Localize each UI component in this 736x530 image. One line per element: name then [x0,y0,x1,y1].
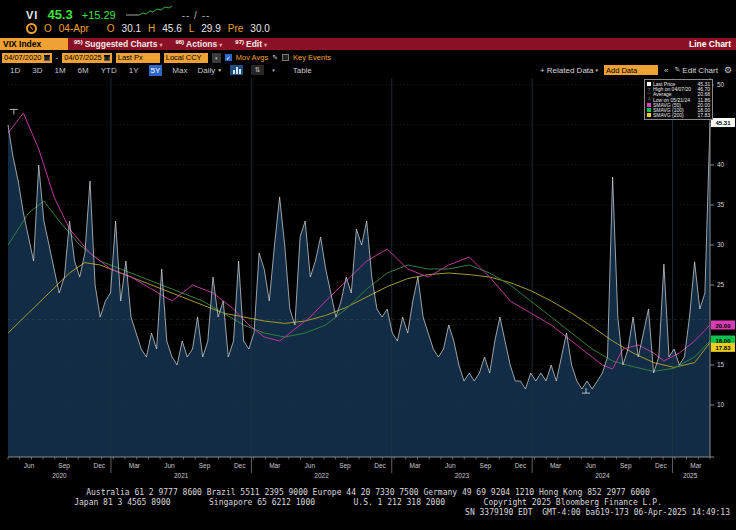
svg-text:25: 25 [717,281,725,288]
svg-text:Mar: Mar [690,462,702,469]
svg-text:2024: 2024 [595,472,610,479]
svg-text:2020: 2020 [52,472,67,479]
legend-swatch: ┴ [647,98,651,102]
svg-text:Sep: Sep [480,462,492,470]
sparkline-icon [125,5,173,19]
mov-avgs-label: Mov Avgs [236,53,268,62]
pre-value: 30.0 [250,23,269,34]
svg-text:2022: 2022 [314,472,329,479]
svg-text:Jun: Jun [445,462,456,469]
svg-text:Mar: Mar [410,462,422,469]
svg-text:35: 35 [717,201,725,208]
pre-label: Pre [228,23,244,34]
menu-actions[interactable]: 96) Actions ▾ [175,39,222,49]
svg-text:Mar: Mar [129,462,141,469]
chart-legend: Last Price 45.31 ┬ High on 04/07/20 46.7… [644,79,713,120]
tab-max[interactable]: Max [170,65,189,76]
legend-row[interactable]: SMAVG (200) 17.83 [647,113,710,118]
tab-5y[interactable]: 5Y [149,65,163,76]
tab-1m[interactable]: 1M [52,65,67,76]
mov-avgs-checkbox[interactable]: ✓ [225,54,232,61]
chevron-down-icon: ▾ [596,67,599,73]
currency-select[interactable]: Local CCY [164,53,208,63]
date-range-dash: - [56,53,59,62]
open-label: O [107,23,115,34]
last-price: 45.3 [47,7,72,22]
chart-actions: + Related Data ▾ Add Data « ✎ Edit Chart… [540,64,732,76]
high-value: 45.6 [162,23,181,34]
pencil-icon: ✎ [674,66,680,74]
chart-type-button[interactable] [230,65,243,75]
tab-ytd[interactable]: YTD [99,65,119,76]
terminal-footer: Australia 61 2 9777 8600 Brazil 5511 239… [0,488,736,518]
edit-chart-button[interactable]: ✎ Edit Chart [674,66,717,75]
svg-text:Jun: Jun [164,462,175,469]
x-axis-labels: JunSepDecMarJunSepDecMarJunSepDecMarJunS… [8,457,710,479]
price-type-select[interactable]: Last Px [116,53,160,63]
edit-pencil-icon[interactable]: ✎ [272,54,278,62]
chevron-down-icon[interactable]: ▾ [272,67,275,73]
svg-text:2021: 2021 [174,472,189,479]
frequency-select[interactable]: Daily ▼ [197,66,222,75]
date-to-field[interactable]: 04/07/2025 [62,53,112,63]
add-data-input[interactable]: Add Data [604,65,658,75]
price-change: +15.29 [82,9,116,21]
high-label: H [148,23,155,34]
tab-3d[interactable]: 3D [30,65,44,76]
ohlc-row: O 04-Apr O 30.1 H 45.6 L 29.9 Pre 30.0 [26,23,270,34]
footer-contacts-2: Japan 81 3 4565 8900 Singapore 65 6212 1… [0,498,736,508]
related-data-button[interactable]: + Related Data ▾ [540,66,598,75]
gear-icon[interactable]: ⚙ [724,65,732,75]
date-from-field[interactable]: 04/07/2020 [2,53,52,63]
calendar-icon [104,55,110,61]
svg-text:Mar: Mar [550,462,562,469]
svg-text:18.00: 18.00 [715,338,731,344]
quote-header: VI 45.3 +15.29 -- / -- [26,5,210,22]
collapse-button[interactable]: « [664,66,668,75]
tab-6m[interactable]: 6M [76,65,91,76]
key-events-label: Key Events [293,53,331,62]
screen-title: Line Chart [689,38,731,50]
chevron-down-icon: ▼ [217,67,222,73]
legend-swatch: ∼ [647,92,651,96]
svg-text:Dec: Dec [374,462,386,469]
svg-text:Sep: Sep [339,462,351,470]
svg-text:15: 15 [717,361,725,368]
currency-dropdown-button[interactable]: ▾ [212,53,221,63]
tab-1y[interactable]: 1Y [127,65,141,76]
tab-1d[interactable]: 1D [8,65,22,76]
svg-text:Sep: Sep [58,462,70,470]
svg-text:Sep: Sep [199,462,211,470]
footer-contacts-1: Australia 61 2 9777 8600 Brazil 5511 239… [0,488,736,498]
chart-settings-button[interactable]: ⇅ [251,65,264,75]
y-axis-labels: 50403530251510 [710,81,725,408]
legend-swatch [647,113,651,117]
svg-text:45.31: 45.31 [715,120,731,126]
svg-text:17.83: 17.83 [715,345,731,351]
key-events-checkbox[interactable] [282,54,289,61]
svg-text:20.00: 20.00 [715,323,731,329]
price-tags: 45.3120.0018.0017.83 [711,118,735,352]
period-tabs: 1D 3D 1M 6M YTD 1Y 5Y Max Daily ▼ ⇅ ▾ Ta… [8,64,312,76]
ticker-symbol: VI [26,9,38,21]
legend-swatch [647,103,651,107]
low-value: 29.9 [201,23,220,34]
security-field[interactable]: VIX Index [0,38,68,50]
chart-canvas[interactable]: 5040353025151045.3120.0018.0017.83JunSep… [0,76,736,486]
legend-swatch [647,108,651,112]
svg-text:Dec: Dec [515,462,527,469]
low-label: L [189,23,195,34]
range-toolbar: 04/07/2020 - 04/07/2025 Last Px Local CC… [2,52,331,63]
svg-text:2023: 2023 [455,472,470,479]
menu-edit[interactable]: 97) Edit ▾ [235,39,267,49]
svg-text:10: 10 [717,401,725,408]
menu-suggested-charts[interactable]: 95) Suggested Charts ▾ [74,39,162,49]
svg-text:2025: 2025 [683,472,698,479]
svg-text:Dec: Dec [93,462,105,469]
svg-text:30: 30 [717,241,725,248]
chevron-down-icon: ▾ [159,41,162,48]
svg-text:Jun: Jun [585,462,596,469]
svg-text:Mar: Mar [269,462,281,469]
svg-text:50: 50 [717,81,725,88]
table-button[interactable]: Table [293,66,312,75]
